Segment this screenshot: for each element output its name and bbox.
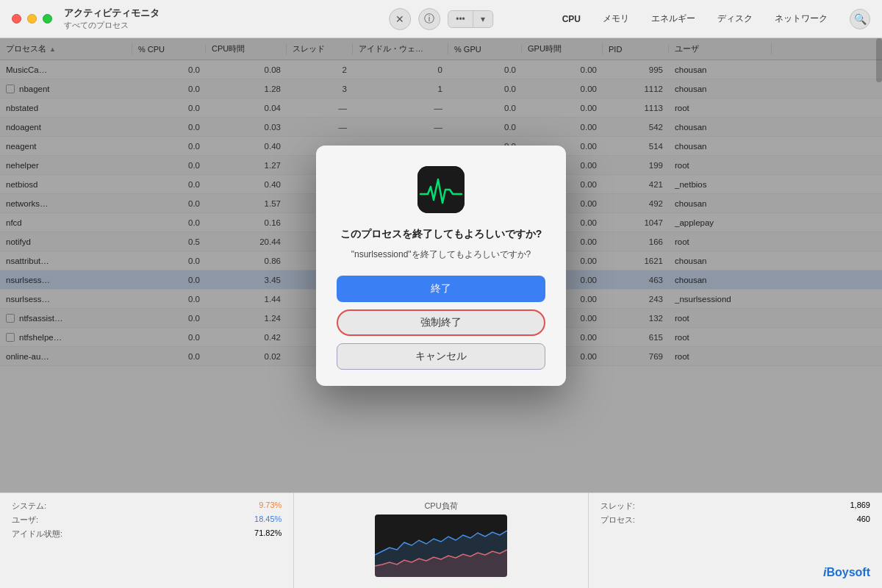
watermark-suffix: Boysoft [826,566,870,578]
chart-title: CPU負荷 [424,501,457,512]
status-panel-cpu: システム: 9.73% ユーザ: 18.45% アイドル状態: 71.82% [0,493,294,588]
status-panel-chart: CPU負荷 [294,493,588,588]
threads-value: 1,869 [850,501,870,512]
toolbar-more-group: ••• ▾ [448,10,493,28]
force-quit-button[interactable]: 強制終了 [337,309,545,336]
toolbar-more-caret[interactable]: ▾ [473,11,492,27]
tab-bar: CPU メモリ エネルギー ディスク ネットワーク [552,9,838,29]
tab-disk[interactable]: ディスク [707,9,763,29]
titlebar: アクティビティモニタ すべてのプロセス ✕ ⓘ ••• ▾ CPU メモリ エネ… [0,0,882,38]
modal-overlay: このプロセスを終了してもよろしいですか? "nsurlsessiond"を終了し… [0,38,882,492]
status-bar: システム: 9.73% ユーザ: 18.45% アイドル状態: 71.82% C… [0,492,882,588]
tab-energy[interactable]: エネルギー [641,9,706,29]
idle-label: アイドル状態: [12,528,62,539]
watermark: iBoysoft [823,566,870,579]
user-value: 18.45% [254,514,282,526]
app-subtitle: すべてのプロセス [64,20,159,31]
modal-dialog: このプロセスを終了してもよろしいですか? "nsurlsessiond"を終了し… [316,146,566,386]
app-title: アクティビティモニタ [64,7,159,20]
tab-cpu[interactable]: CPU [552,10,591,28]
quit-button[interactable]: 終了 [337,276,545,302]
cancel-button[interactable]: キャンセル [337,343,545,370]
system-value: 9.73% [259,501,282,512]
idle-value: 71.82% [254,528,282,539]
maximize-button[interactable] [43,14,52,24]
search-button[interactable]: 🔍 [850,9,870,29]
traffic-lights [12,14,52,24]
tab-memory[interactable]: メモリ [592,9,639,29]
modal-app-icon [417,166,465,213]
toolbar-more-button[interactable]: ••• [448,11,473,27]
cpu-chart [375,514,507,577]
toolbar-close-button[interactable]: ✕ [389,8,411,30]
modal-description: "nsurlsessiond"を終了してもよろしいですか? [351,248,531,261]
processes-value: 460 [857,514,870,526]
close-button[interactable] [12,14,21,24]
processes-label: プロセス: [600,514,635,526]
system-label: システム: [12,501,46,512]
threads-label: スレッド: [600,501,635,512]
toolbar-info-button[interactable]: ⓘ [418,8,440,30]
minimize-button[interactable] [27,14,37,24]
tab-network[interactable]: ネットワーク [764,9,838,29]
svg-rect-0 [417,166,465,213]
user-label: ユーザ: [12,514,38,526]
modal-title: このプロセスを終了してもよろしいですか? [340,226,542,242]
app-title-area: アクティビティモニタ すべてのプロセス [64,7,159,31]
